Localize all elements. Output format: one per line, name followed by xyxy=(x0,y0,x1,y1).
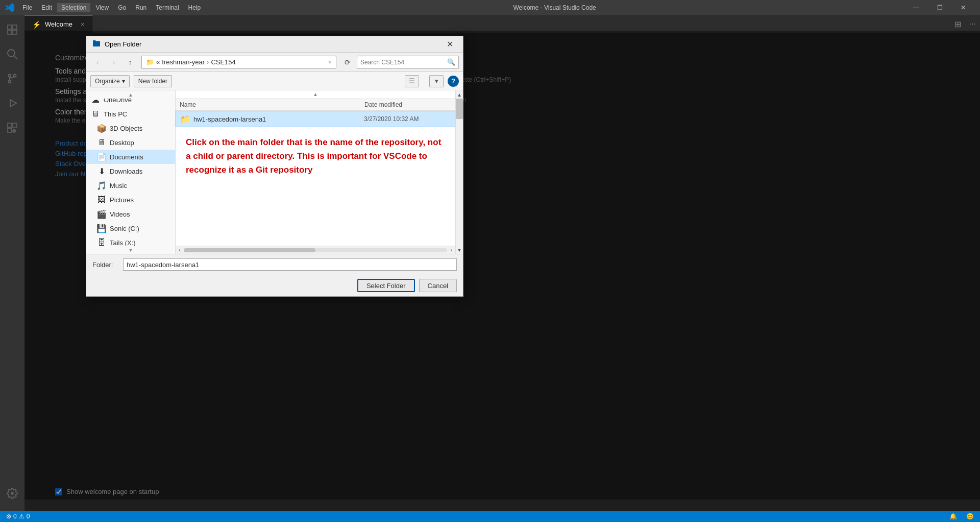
breadcrumb-icon: 📁 xyxy=(146,58,154,66)
horizontal-scrollbar[interactable]: ‹ › xyxy=(176,246,455,254)
folder-bar: Folder: xyxy=(86,254,463,275)
3d-objects-icon: 📦 xyxy=(96,124,107,133)
sidebar-item-sonic[interactable]: 💾 Sonic (C:) xyxy=(86,221,175,235)
menu-run[interactable]: Run xyxy=(131,3,151,12)
menu-selection[interactable]: Selection xyxy=(57,3,90,12)
breadcrumb-cse154[interactable]: CSE154 xyxy=(211,58,235,66)
nav-refresh-button[interactable]: ⟳ xyxy=(340,56,355,69)
breadcrumb-freshman[interactable]: freshman-year xyxy=(162,58,205,66)
sidebar-item-videos[interactable]: 🎬 Videos xyxy=(86,207,175,221)
svg-rect-12 xyxy=(13,123,17,127)
breadcrumb-dropdown[interactable]: ▾ xyxy=(328,58,332,66)
minimize-button[interactable]: — xyxy=(904,0,928,15)
status-errors[interactable]: ⊗ 0 ⚠ 0 xyxy=(4,513,32,520)
3d-objects-label: 3D Objects xyxy=(110,125,142,132)
sidebar-item-music[interactable]: 🎵 Music xyxy=(86,178,175,193)
more-actions-button[interactable]: ··· xyxy=(965,19,980,29)
split-editor-button[interactable]: ⊞ xyxy=(950,19,965,29)
sidebar-item-pictures[interactable]: 🖼 Pictures xyxy=(86,193,175,207)
sidebar-scroll-up[interactable]: ▲ xyxy=(86,90,175,99)
svg-line-5 xyxy=(14,56,17,59)
desktop-icon: 🖥 xyxy=(96,138,107,147)
status-bar: ⊗ 0 ⚠ 0 🔔 😊 xyxy=(0,511,980,522)
videos-label: Videos xyxy=(110,210,130,218)
hscroll-track[interactable] xyxy=(184,248,447,252)
sidebar-item-this-pc[interactable]: 🖥 This PC xyxy=(86,107,175,121)
search-bar[interactable]: 🔍 xyxy=(357,56,459,69)
view-dropdown-button[interactable]: ▾ xyxy=(429,75,444,87)
file-date: 3/27/2020 10:32 AM xyxy=(364,115,451,123)
menu-bar: File Edit Selection View Go Run Terminal… xyxy=(18,3,205,12)
menu-file[interactable]: File xyxy=(18,3,36,12)
dialog-nav-bar: ‹ › ↑ 📁 « freshman-year › CSE154 ▾ ⟳ 🔍 xyxy=(86,53,463,72)
dialog-sidebar: ▲ ☁ OneDrive 🖥 This PC 📦 3D Objects xyxy=(86,90,176,254)
hscroll-right-button[interactable]: › xyxy=(447,246,455,254)
status-notifications[interactable]: 🔔 xyxy=(947,513,959,520)
dialog-main-area: ▲ ☁ OneDrive 🖥 This PC 📦 3D Objects xyxy=(86,90,463,254)
nav-forward-button[interactable]: › xyxy=(107,56,121,69)
hscroll-left-button[interactable]: ‹ xyxy=(176,246,184,254)
svg-rect-11 xyxy=(8,123,12,127)
pictures-icon: 🖼 xyxy=(96,195,107,204)
dialog-close-button[interactable]: ✕ xyxy=(443,37,457,52)
vscroll-down-button[interactable]: ▼ xyxy=(456,246,463,254)
activity-debug[interactable] xyxy=(0,91,24,115)
vscroll-up-button[interactable]: ▲ xyxy=(456,90,463,99)
svg-rect-2 xyxy=(8,30,12,34)
warnings-icon: ⚠ xyxy=(19,513,24,520)
new-folder-button[interactable]: New folder xyxy=(134,75,172,87)
hscroll-thumb[interactable] xyxy=(184,248,315,252)
activity-explorer[interactable] xyxy=(0,17,24,42)
status-right: 🔔 😊 xyxy=(947,513,976,520)
svg-rect-1 xyxy=(13,25,17,29)
nav-up-button[interactable]: ↑ xyxy=(123,56,137,69)
vertical-scrollbar[interactable]: ▲ ▼ xyxy=(455,90,463,254)
activity-source-control[interactable] xyxy=(0,66,24,91)
sidebar-item-3d-objects[interactable]: 📦 3D Objects xyxy=(86,121,175,135)
folder-icon: 📁 xyxy=(180,114,190,124)
filelist-area: ▲ Name Date modified 📁 hw1-spacedom-lars… xyxy=(176,90,455,254)
cancel-button[interactable]: Cancel xyxy=(419,279,457,292)
menu-view[interactable]: View xyxy=(91,3,113,12)
file-name: hw1-spacedom-larsena1 xyxy=(193,115,361,123)
sonic-label: Sonic (C:) xyxy=(110,225,139,232)
filelist-item-hw1[interactable]: 📁 hw1-spacedom-larsena1 3/27/2020 10:32 … xyxy=(176,111,455,127)
svg-point-6 xyxy=(9,81,11,83)
maximize-button[interactable]: ❐ xyxy=(928,0,951,15)
nav-back-button[interactable]: ‹ xyxy=(90,56,105,69)
vscode-logo-icon xyxy=(5,3,14,12)
view-button[interactable]: ☰ xyxy=(405,75,419,87)
status-feedback[interactable]: 😊 xyxy=(964,513,976,520)
sidebar-item-desktop[interactable]: 🖥 Desktop xyxy=(86,135,175,150)
menu-edit[interactable]: Edit xyxy=(37,3,56,12)
folder-input[interactable] xyxy=(123,258,457,271)
select-folder-button[interactable]: Select Folder xyxy=(357,279,415,292)
activity-settings[interactable] xyxy=(0,481,24,506)
sidebar-item-downloads[interactable]: ⬇ Downloads xyxy=(86,164,175,178)
window-title: Welcome - Visual Studio Code xyxy=(205,4,904,11)
this-pc-label: This PC xyxy=(104,110,127,118)
vscroll-track[interactable] xyxy=(456,99,463,246)
activity-extensions[interactable] xyxy=(0,115,24,140)
help-button[interactable]: ? xyxy=(448,76,459,87)
breadcrumb-bar[interactable]: 📁 « freshman-year › CSE154 ▾ xyxy=(141,56,336,69)
close-button[interactable]: ✕ xyxy=(951,0,975,15)
dialog-buttons: Select Folder Cancel xyxy=(86,275,463,296)
pictures-label: Pictures xyxy=(110,196,134,204)
list-scroll-up[interactable]: ▲ xyxy=(176,90,455,99)
window-controls: — ❐ ✕ xyxy=(904,0,975,15)
sidebar-scroll-down[interactable]: ▼ xyxy=(86,246,175,254)
dialog-titlebar: Open Folder ✕ xyxy=(86,36,463,53)
menu-help[interactable]: Help xyxy=(184,3,205,12)
organize-button[interactable]: Organize ▾ xyxy=(90,75,130,87)
menu-go[interactable]: Go xyxy=(114,3,130,12)
music-label: Music xyxy=(110,182,127,189)
menu-terminal[interactable]: Terminal xyxy=(152,3,183,12)
tab-close-button[interactable]: × xyxy=(81,20,85,28)
status-left: ⊗ 0 ⚠ 0 xyxy=(4,513,32,520)
tab-welcome-label: Welcome xyxy=(45,20,72,28)
activity-search[interactable] xyxy=(0,42,24,66)
search-input[interactable] xyxy=(360,59,445,66)
sidebar-item-documents[interactable]: 📄 Documents xyxy=(86,150,175,164)
vscroll-thumb[interactable] xyxy=(456,99,463,119)
